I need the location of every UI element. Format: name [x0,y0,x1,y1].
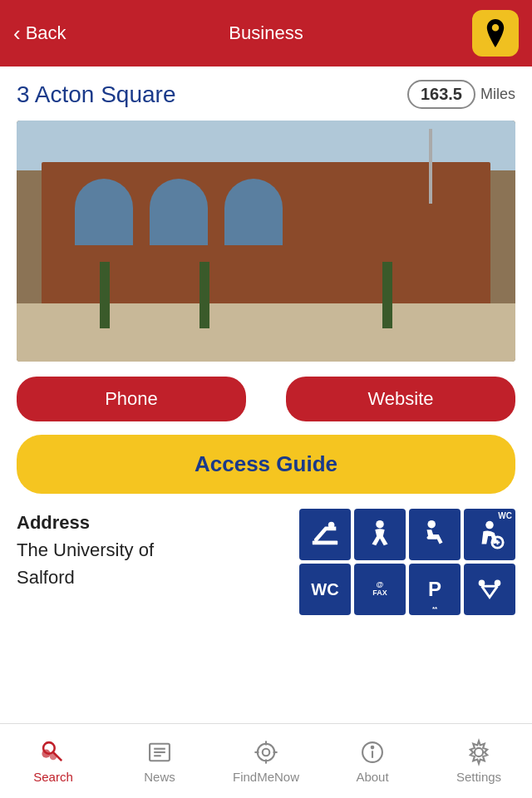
nav-label-search: Search [33,770,73,784]
nav-item-about[interactable]: About [319,724,426,798]
nav-label-about: About [356,770,388,784]
building-image [17,121,515,362]
address-block: Address The University of Salford [17,509,154,591]
seated-icon [419,519,451,550]
svg-point-13 [50,753,57,761]
main-content: 3 Acton Square 163.5 Miles Phone Website… [0,66,532,723]
bottom-nav: Search News FindMeNow About [0,723,532,798]
svg-point-26 [372,746,374,749]
escalator-access-icon [299,509,351,560]
back-chevron-icon: ‹ [13,21,21,47]
website-button[interactable]: Website [286,377,515,421]
news-nav-icon [145,738,174,766]
escalator-icon [309,519,341,550]
access-icons-grid: WC WC @FAX P ** [299,509,515,615]
search-nav-icon [39,738,67,766]
wc-corner-label: WC [498,511,512,520]
address-label: Address [17,509,154,536]
svg-point-12 [42,750,50,758]
map-button[interactable] [472,10,519,57]
nav-label-settings: Settings [456,770,501,784]
distance-unit: Miles [480,86,515,103]
address-section: Address The University of Salford [17,509,515,615]
fax-label: @FAX [372,581,387,598]
wc-access-icon: WC [299,564,351,615]
svg-point-18 [258,744,274,761]
mobility-other-icon [474,574,505,605]
accessible-wc-access-icon: WC [464,509,515,560]
svg-point-19 [263,749,270,756]
walking-icon [364,519,396,550]
nav-item-news[interactable]: News [106,724,213,798]
svg-rect-4 [427,536,438,539]
svg-point-2 [376,520,384,529]
nav-label-news: News [144,770,175,784]
walking-person-access-icon [354,509,406,560]
distance-value: 163.5 [407,80,475,109]
phone-button[interactable]: Phone [17,377,246,421]
back-button[interactable]: ‹ Back [13,21,66,47]
svg-point-1 [328,522,335,529]
svg-point-27 [475,748,483,756]
nav-label-findmenow: FindMeNow [233,770,299,784]
business-header: 3 Acton Square 163.5 Miles [17,80,515,109]
about-nav-icon [358,738,387,766]
location-pin-icon [481,19,510,47]
address-line2: Salford [17,564,154,591]
parking-stars: ** [432,605,437,613]
accessible-wc-icon [474,519,505,550]
address-line1: The University of [17,536,154,564]
business-name: 3 Acton Square [17,81,175,108]
seated-person-access-icon [409,509,461,560]
distance-badge: 163.5 Miles [407,80,515,109]
nav-item-findmenow[interactable]: FindMeNow [213,724,319,798]
back-label: Back [26,22,66,44]
svg-point-3 [427,520,436,529]
header-title: Business [229,22,303,44]
settings-nav-icon [465,738,493,766]
action-buttons: Phone Website [17,377,515,421]
app-header: ‹ Back Business [0,0,532,66]
nav-item-search[interactable]: Search [0,724,106,798]
parking-label: P [428,578,441,601]
other-access-icon [464,564,515,615]
svg-point-5 [485,521,494,530]
findmenow-nav-icon [252,738,280,766]
fax-access-icon: @FAX [354,564,406,615]
wc-text-label: WC [311,580,338,599]
access-guide-button[interactable]: Access Guide [17,435,515,494]
nav-item-settings[interactable]: Settings [426,724,532,798]
parking-access-icon: P ** [409,564,461,615]
